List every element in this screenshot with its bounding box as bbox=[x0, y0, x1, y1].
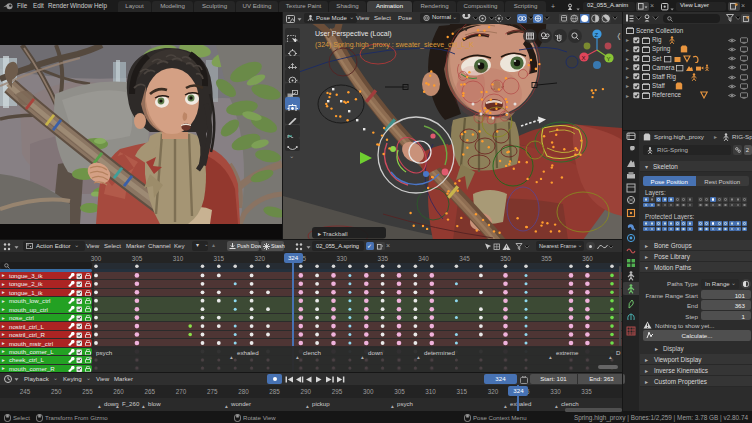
svg-text:▸ Trackball: ▸ Trackball bbox=[318, 230, 348, 237]
svg-text:Z: Z bbox=[595, 32, 599, 38]
svg-text:X: X bbox=[582, 55, 586, 61]
svg-text:User Perspective (Local): User Perspective (Local) bbox=[315, 30, 392, 38]
svg-text:Y: Y bbox=[607, 56, 611, 62]
svg-text:(324) Spring.high_proxy : swea: (324) Spring.high_proxy : sweater_sleeve… bbox=[315, 41, 474, 49]
